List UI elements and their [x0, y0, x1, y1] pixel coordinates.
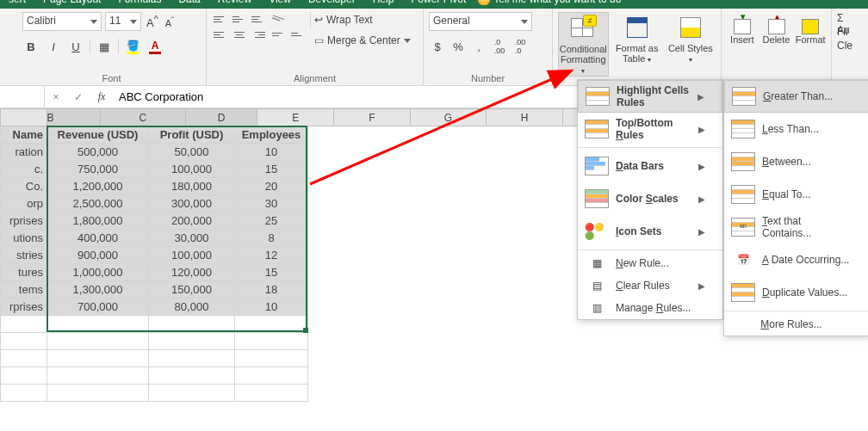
- menu-highlight-cells-rules[interactable]: Highlight Cells Rules▶: [578, 80, 722, 113]
- align-left-button[interactable]: [212, 28, 229, 41]
- decrease-decimal-button[interactable]: .00.0: [512, 38, 529, 55]
- fill-button[interactable]: Fil: [837, 26, 852, 38]
- conditional-formatting-icon: ≠: [569, 15, 597, 42]
- align-center-button[interactable]: [231, 28, 248, 41]
- tab-page-layout[interactable]: Page Layout: [34, 0, 109, 9]
- wrap-text-button[interactable]: ↩Wrap Text: [314, 14, 411, 26]
- submenu-text-contains[interactable]: ab Text that Contains...: [724, 211, 868, 243]
- menu-clear-rules[interactable]: ▤ Clear Rules▶: [578, 274, 722, 297]
- font-color-button[interactable]: A: [146, 40, 164, 54]
- lightbulb-icon: [478, 0, 490, 5]
- ribbon: Calibri 11 A^ Aˇ B I U ▦ 🪣 A Font: [0, 9, 868, 86]
- tab-help[interactable]: Help: [364, 0, 403, 9]
- submenu-duplicate-values[interactable]: Duplicate Values...: [724, 276, 868, 309]
- increase-indent-button[interactable]: [289, 28, 307, 41]
- submenu-greater-than[interactable]: Greater Than...: [724, 80, 868, 113]
- submenu-between[interactable]: Between...: [724, 145, 868, 178]
- tab-developer[interactable]: Developer: [300, 0, 364, 9]
- conditional-formatting-button[interactable]: ≠ Conditional Formatting ▾: [558, 12, 609, 77]
- delete-cells-icon: ▲: [766, 14, 787, 34]
- cell-styles-icon: [677, 14, 704, 41]
- insert-cells-button[interactable]: ▼ Insert: [727, 12, 758, 45]
- group-label-alignment: Alignment: [212, 71, 418, 83]
- cell-C1[interactable]: Profit (USD): [149, 126, 235, 144]
- group-label-number: Number: [429, 71, 547, 83]
- tab-view[interactable]: View: [260, 0, 300, 9]
- group-label-font: Font: [22, 71, 201, 83]
- tell-me-box[interactable]: Tell me what you want to do: [478, 0, 621, 5]
- column-header-G[interactable]: G: [410, 109, 487, 126]
- manage-rules-icon: ▥: [585, 297, 609, 319]
- underline-button[interactable]: U: [67, 38, 84, 55]
- tab-insert[interactable]: sert: [0, 0, 34, 9]
- align-top-button[interactable]: [212, 12, 229, 26]
- format-as-table-button[interactable]: Format as Table ▾: [612, 12, 662, 65]
- submenu-less-than[interactable]: Less Than...: [724, 113, 868, 145]
- new-rule-icon: ▦: [585, 252, 609, 274]
- cell-styles-button[interactable]: Cell Styles ▾: [666, 12, 716, 65]
- percent-format-button[interactable]: %: [450, 38, 467, 55]
- calendar-icon: 📅: [731, 249, 755, 271]
- number-format-select[interactable]: General: [429, 12, 532, 31]
- cell-A1[interactable]: Name: [1, 126, 47, 144]
- bold-button[interactable]: B: [22, 38, 40, 55]
- tab-data[interactable]: Data: [170, 0, 208, 9]
- submenu-more-rules[interactable]: More Rules...: [724, 313, 868, 336]
- menu-new-rule[interactable]: ▦ New Rule...: [578, 252, 722, 274]
- menu-manage-rules[interactable]: ▥ Manage Rules...: [578, 297, 722, 319]
- fill-color-button[interactable]: 🪣: [124, 40, 141, 54]
- format-cells-button[interactable]: Format: [795, 12, 826, 45]
- decrease-indent-button[interactable]: [270, 28, 288, 41]
- align-middle-button[interactable]: [231, 12, 248, 26]
- submenu-equal-to[interactable]: Equal To...: [724, 178, 868, 211]
- tab-formulas[interactable]: Formulas: [109, 0, 170, 9]
- insert-function-button[interactable]: fx: [90, 90, 114, 103]
- tab-review[interactable]: Review: [209, 0, 260, 9]
- menu-color-scales[interactable]: Color Scales▶: [578, 182, 722, 215]
- increase-decimal-button[interactable]: .0.00: [491, 38, 508, 55]
- conditional-formatting-menu: Highlight Cells Rules▶ Top/Bottom Rules▶…: [577, 79, 723, 320]
- tab-power-pivot[interactable]: Power Pivot: [402, 0, 474, 9]
- font-size-select[interactable]: 11: [105, 12, 141, 31]
- comma-format-button[interactable]: ,: [470, 38, 487, 55]
- autosum-button[interactable]: Σ Au: [837, 12, 852, 24]
- cancel-formula-button[interactable]: ×: [45, 91, 67, 103]
- align-right-button[interactable]: [250, 28, 267, 41]
- enter-formula-button[interactable]: ✓: [67, 91, 90, 103]
- submenu-date-occurring[interactable]: 📅 A Date Occurring...: [724, 243, 868, 276]
- column-header-F[interactable]: F: [334, 109, 411, 126]
- column-header-H[interactable]: H: [487, 109, 563, 126]
- name-box[interactable]: [0, 86, 45, 108]
- menu-data-bars[interactable]: Data Bars▶: [578, 150, 722, 182]
- menu-top-bottom-rules[interactable]: Top/Bottom Rules▶: [578, 113, 722, 145]
- font-name-select[interactable]: Calibri: [22, 12, 102, 31]
- clear-button[interactable]: Cle: [837, 40, 852, 52]
- tell-me-label: Tell me what you want to do: [493, 0, 621, 5]
- ribbon-tab-bar: sert Page Layout Formulas Data Review Vi…: [0, 0, 868, 9]
- decrease-font-size-button[interactable]: Aˇ: [164, 14, 176, 30]
- italic-button[interactable]: I: [45, 38, 62, 55]
- align-bottom-button[interactable]: [250, 12, 267, 26]
- menu-icon-sets[interactable]: 🔴🟡🟢 Icon Sets▶: [578, 215, 722, 248]
- delete-cells-button[interactable]: ▲ Delete: [761, 12, 792, 45]
- format-cells-icon: [800, 14, 821, 34]
- format-as-table-icon: [623, 14, 651, 41]
- increase-font-size-button[interactable]: A^: [145, 12, 160, 31]
- borders-button[interactable]: ▦: [96, 38, 113, 55]
- cell-D1[interactable]: Employees: [235, 126, 308, 144]
- clear-rules-icon: ▤: [585, 274, 609, 297]
- highlight-cells-submenu: Greater Than... Less Than... Between... …: [723, 79, 868, 336]
- insert-cells-icon: ▼: [732, 14, 753, 34]
- cell-B1[interactable]: Revenue (USD): [47, 126, 149, 144]
- merge-center-button[interactable]: ▭Merge & Center: [314, 34, 411, 46]
- accounting-format-button[interactable]: $: [429, 38, 446, 55]
- orientation-button[interactable]: [269, 9, 289, 28]
